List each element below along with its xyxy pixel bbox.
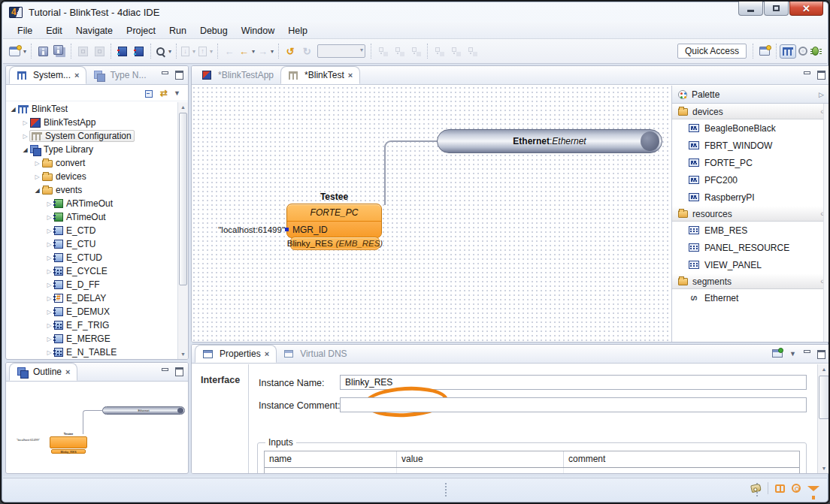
pin-view-icon[interactable] bbox=[772, 349, 783, 358]
graduation-cap-icon[interactable] bbox=[807, 486, 819, 491]
tab-blinktest-editor[interactable]: *BlinkTest × bbox=[280, 66, 360, 84]
collapse-all-icon[interactable] bbox=[145, 89, 154, 98]
map-icon[interactable] bbox=[775, 484, 785, 493]
palette-group-resources[interactable]: resources ‹› bbox=[672, 206, 830, 222]
redo-button[interactable]: ↻ bbox=[298, 42, 315, 60]
save-button[interactable] bbox=[35, 42, 51, 60]
tree-item-e-ctu[interactable]: ▷E_CTU bbox=[6, 237, 177, 251]
undo-button[interactable]: ↺ bbox=[282, 42, 298, 60]
device-testee[interactable]: FORTE_PC MGR_ID bbox=[286, 204, 382, 238]
expand-arrow[interactable]: ▷ bbox=[21, 133, 29, 140]
save-all-button[interactable] bbox=[51, 42, 68, 60]
back-button[interactable]: ← bbox=[221, 42, 238, 60]
scroll-down-icon[interactable]: ▼ bbox=[178, 349, 188, 359]
resource-blinky-res[interactable]: Blinky_RES (EMB_RES) bbox=[290, 237, 380, 250]
tag-icon[interactable] bbox=[750, 484, 762, 493]
new-app-button[interactable] bbox=[114, 42, 131, 60]
quick-access-box[interactable]: Quick Access bbox=[677, 44, 747, 59]
menu-window[interactable]: Window bbox=[235, 23, 281, 38]
close-tab-icon[interactable]: × bbox=[348, 71, 353, 80]
scrollbar-thumb[interactable] bbox=[179, 113, 187, 285]
mgr-id-value[interactable]: "localhost:61499" bbox=[213, 225, 285, 234]
export-button[interactable]: ↑ bbox=[197, 42, 214, 60]
new-type-button[interactable] bbox=[131, 42, 147, 60]
tree-scrollbar[interactable]: ▲ ▼ bbox=[177, 102, 188, 359]
tree-item-atimeout[interactable]: ▷ATimeOut bbox=[6, 210, 177, 224]
palette-item-beagleboneblack[interactable]: BeagleBoneBlack bbox=[672, 119, 830, 137]
palette-item-raspberrypi[interactable]: RaspberryPI bbox=[672, 189, 830, 206]
menu-file[interactable]: File bbox=[11, 23, 39, 38]
expand-arrow[interactable]: ▷ bbox=[45, 322, 53, 329]
tree-item-e-ctud[interactable]: ▷E_CTUD bbox=[6, 251, 177, 264]
close-tab-icon[interactable]: × bbox=[65, 367, 70, 376]
ethernet-segment[interactable]: Ethernet : Ethernet bbox=[437, 129, 662, 153]
scroll-up-icon[interactable]: ▲ bbox=[818, 364, 830, 374]
expand-arrow[interactable]: ▷ bbox=[45, 309, 53, 315]
expand-arrow[interactable]: ▷ bbox=[45, 228, 53, 234]
view-menu-icon[interactable]: ▼ bbox=[174, 89, 180, 97]
palette-group-devices[interactable]: devices ‹› bbox=[672, 104, 830, 119]
debug-perspective-button[interactable] bbox=[810, 44, 821, 58]
tree-item-e-delay[interactable]: ▷E_DELAY bbox=[6, 291, 177, 305]
layout-button-4[interactable] bbox=[431, 42, 447, 60]
expand-arrow[interactable]: ◢ bbox=[9, 106, 17, 113]
title-bar[interactable]: 4 Tutorial - BlinkTest - 4diac IDE ✕ bbox=[2, 2, 828, 23]
menu-debug[interactable]: Debug bbox=[193, 23, 235, 38]
tab-type-navigator[interactable]: Type N... bbox=[86, 66, 153, 84]
inputs-table[interactable]: name value comment bbox=[264, 451, 800, 474]
menu-edit[interactable]: Edit bbox=[39, 23, 69, 38]
link-with-editor-icon[interactable]: ⇄ bbox=[160, 88, 168, 98]
maximize-view-icon[interactable] bbox=[175, 367, 183, 375]
tree-item-e-demux[interactable]: ▷E_DEMUX bbox=[6, 305, 177, 318]
tab-properties[interactable]: Properties × bbox=[195, 345, 277, 363]
tab-blinktestapp-editor[interactable]: *BlinkTestApp bbox=[195, 66, 280, 84]
palette-group-segments[interactable]: segments ‹› bbox=[672, 273, 830, 289]
tree-item-e-ctd[interactable]: ▷E_CTD bbox=[6, 224, 177, 237]
tab-outline[interactable]: Outline × bbox=[9, 363, 77, 381]
layout-button-2[interactable] bbox=[391, 42, 407, 60]
badge-icon[interactable] bbox=[792, 484, 801, 493]
expand-arrow[interactable]: ▷ bbox=[45, 268, 53, 275]
expand-arrow[interactable]: ◢ bbox=[21, 146, 29, 153]
minimize-view-icon[interactable] bbox=[803, 350, 810, 357]
expand-arrow[interactable]: ▷ bbox=[33, 160, 41, 167]
menu-run[interactable]: Run bbox=[162, 23, 193, 38]
tree-item-e-d-ff[interactable]: ▷E_D_FF bbox=[6, 278, 177, 291]
expand-arrow[interactable]: ▷ bbox=[45, 241, 53, 248]
tree-item-e-f-trig[interactable]: ▷E_F_TRIG bbox=[6, 318, 177, 332]
column-header-value[interactable]: value bbox=[397, 451, 564, 467]
device-mgr-id-row[interactable]: MGR_ID bbox=[287, 222, 381, 237]
expand-arrow[interactable]: ▷ bbox=[33, 174, 41, 180]
minimize-button[interactable] bbox=[738, 2, 763, 16]
maximize-view-icon[interactable] bbox=[817, 71, 825, 78]
import-button[interactable]: ↓ bbox=[180, 42, 197, 60]
minimize-view-icon[interactable] bbox=[161, 71, 168, 78]
fb-tester-button[interactable] bbox=[74, 42, 91, 60]
tab-virtual-dns[interactable]: Virtual DNS bbox=[277, 345, 353, 363]
zoom-button[interactable] bbox=[154, 42, 173, 60]
tree-item-convert[interactable]: ▷convert bbox=[6, 156, 177, 170]
scrollbar-thumb[interactable] bbox=[819, 376, 829, 419]
tree-item-type-library[interactable]: ◢Type Library bbox=[6, 143, 177, 156]
close-tab-icon[interactable]: × bbox=[74, 71, 79, 80]
view-menu-icon[interactable]: ▼ bbox=[789, 350, 796, 358]
tree-item-e-merge[interactable]: ▷E_MERGE bbox=[6, 332, 177, 346]
palette-item-emb-res[interactable]: EMB_RES bbox=[672, 222, 830, 239]
layout-button-3[interactable] bbox=[407, 42, 424, 60]
data-input-pin[interactable] bbox=[285, 228, 289, 231]
close-button[interactable]: ✕ bbox=[789, 2, 823, 16]
back-history-button[interactable]: ← bbox=[238, 42, 256, 60]
expand-arrow[interactable]: ▷ bbox=[21, 119, 29, 126]
menu-project[interactable]: Project bbox=[120, 23, 162, 38]
minimize-view-icon[interactable] bbox=[161, 368, 168, 375]
column-header-comment[interactable]: comment bbox=[564, 451, 799, 467]
system-perspective-button[interactable] bbox=[780, 44, 796, 59]
expand-arrow[interactable]: ▷ bbox=[45, 214, 53, 221]
layout-button-5[interactable] bbox=[447, 42, 464, 60]
forward-history-button[interactable]: → bbox=[256, 42, 275, 60]
instance-name-input[interactable] bbox=[340, 375, 807, 390]
maximize-view-icon[interactable] bbox=[175, 71, 183, 78]
tree-item-events[interactable]: ◢events bbox=[6, 183, 177, 197]
statusbar-drag-handle[interactable] bbox=[445, 483, 447, 496]
sidebar-item-interface[interactable]: Interface bbox=[192, 375, 248, 385]
